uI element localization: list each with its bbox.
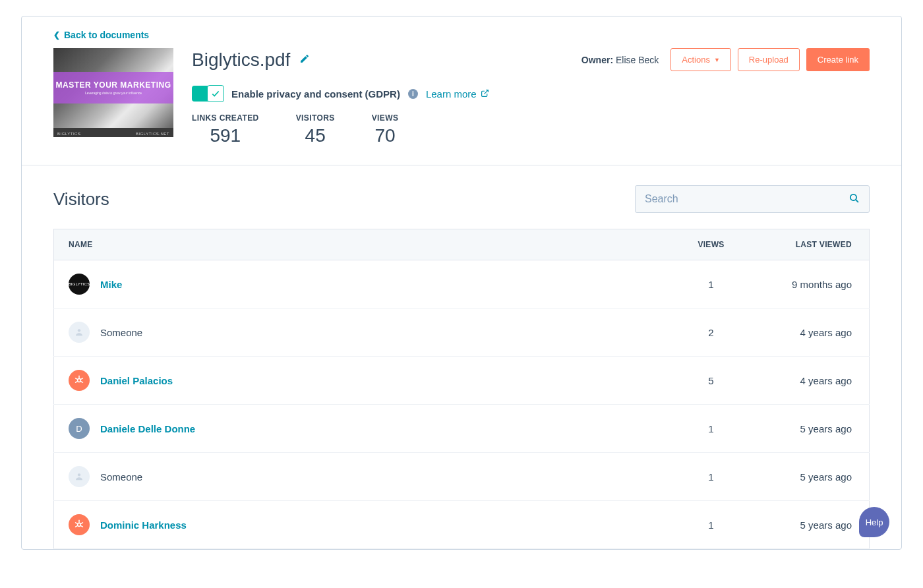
svg-line-14 <box>76 523 78 524</box>
title-wrap: Biglytics.pdf <box>192 49 310 71</box>
col-name[interactable]: NAME <box>54 229 672 260</box>
stats-row: LINKS CREATED 591 VISITORS 45 VIEWS 70 <box>192 113 870 146</box>
avatar: D <box>69 418 90 439</box>
stat-views: VIEWS 70 <box>372 113 399 146</box>
actions-dropdown-button[interactable]: Actions ▼ <box>670 48 731 71</box>
svg-line-6 <box>81 382 83 383</box>
last-viewed-cell: 4 years ago <box>751 309 870 357</box>
stat-label: VISITORS <box>296 113 335 123</box>
info-icon[interactable]: i <box>408 89 418 99</box>
visitor-name[interactable]: Mike <box>100 279 122 290</box>
create-link-label: Create link <box>818 55 858 65</box>
svg-line-15 <box>76 526 78 527</box>
reupload-label: Re-upload <box>749 55 789 65</box>
svg-line-1 <box>856 199 858 202</box>
back-link-text: Back to documents <box>64 30 149 40</box>
svg-line-7 <box>76 378 78 380</box>
stat-label: VIEWS <box>372 113 399 123</box>
help-label: Help <box>866 517 883 527</box>
table-head: NAME VIEWS LAST VIEWED <box>54 229 870 260</box>
owner-label: Owner: <box>581 55 613 65</box>
table-row[interactable]: Someone15 years ago <box>54 453 870 501</box>
edit-title-icon[interactable] <box>299 53 310 67</box>
views-cell: 1 <box>672 405 751 453</box>
document-title: Biglytics.pdf <box>192 49 290 71</box>
document-detail-card: ❮ Back to documents MASTER YOUR MARKETIN… <box>21 16 902 550</box>
actions-label: Actions <box>682 55 710 65</box>
toggle-knob <box>207 85 224 102</box>
header-section: ❮ Back to documents MASTER YOUR MARKETIN… <box>22 16 901 165</box>
visitor-name[interactable]: Dominic Harkness <box>100 519 187 531</box>
table-body: BIGLYTICSMike19 months agoSomeone24 year… <box>54 260 870 549</box>
avatar <box>69 370 90 391</box>
visitors-header: Visitors <box>53 185 870 213</box>
col-last[interactable]: LAST VIEWED <box>751 229 870 260</box>
learn-more-text: Learn more <box>426 88 477 100</box>
visitor-name: Someone <box>100 471 142 483</box>
body-section: Visitors NAME VIEWS LAST VIEWED BIGLYTIC… <box>22 165 901 549</box>
reupload-button[interactable]: Re-upload <box>738 48 800 71</box>
visitors-title: Visitors <box>53 189 109 210</box>
svg-point-0 <box>850 194 856 200</box>
visitor-name[interactable]: Daniele Delle Donne <box>100 423 195 434</box>
svg-point-10 <box>78 523 81 527</box>
table-row[interactable]: Dominic Harkness15 years ago <box>54 501 870 549</box>
visitors-table: NAME VIEWS LAST VIEWED BIGLYTICSMike19 m… <box>53 229 870 549</box>
gdpr-row: Enable privacy and consent (GDPR) i Lear… <box>192 86 870 102</box>
help-bubble[interactable]: Help <box>859 507 889 537</box>
owner-name: Elise Beck <box>616 55 659 65</box>
thumbnail-sub: Leveraging data to grow your influence <box>85 91 142 95</box>
visitor-name: Someone <box>100 327 142 338</box>
stat-links-created: LINKS CREATED 591 <box>192 113 259 146</box>
stat-visitors: VISITORS 45 <box>296 113 335 146</box>
col-views[interactable]: VIEWS <box>672 229 751 260</box>
document-thumbnail: MASTER YOUR MARKETING Leveraging data to… <box>53 48 173 137</box>
visitor-name[interactable]: Daniel Palacios <box>100 375 173 386</box>
search-box[interactable] <box>635 185 870 213</box>
table-row[interactable]: Daniel Palacios54 years ago <box>54 357 870 405</box>
svg-point-9 <box>78 473 80 476</box>
last-viewed-cell: 5 years ago <box>751 453 870 501</box>
gdpr-toggle[interactable] <box>192 86 223 102</box>
thumbnail-brand-right: BIGLYTICS.NET <box>136 132 169 136</box>
svg-line-13 <box>81 526 83 527</box>
chevron-left-icon: ❮ <box>53 30 60 40</box>
avatar: BIGLYTICS <box>69 274 90 295</box>
svg-line-8 <box>76 382 78 383</box>
thumbnail-band: MASTER YOUR MARKETING Leveraging data to… <box>53 72 173 103</box>
actions-wrap: Owner: Elise Beck Actions ▼ Re-upload Cr… <box>581 48 870 71</box>
table-row[interactable]: Someone24 years ago <box>54 309 870 357</box>
avatar <box>69 322 90 343</box>
caret-down-icon: ▼ <box>714 57 720 63</box>
table-row[interactable]: BIGLYTICSMike19 months ago <box>54 260 870 309</box>
last-viewed-cell: 4 years ago <box>751 357 870 405</box>
back-to-documents-link[interactable]: ❮ Back to documents <box>53 30 149 40</box>
svg-point-3 <box>78 379 81 382</box>
last-viewed-cell: 9 months ago <box>751 260 870 309</box>
owner-label-group: Owner: Elise Beck <box>581 55 659 65</box>
views-cell: 5 <box>672 357 751 405</box>
views-cell: 1 <box>672 501 751 549</box>
views-cell: 1 <box>672 453 751 501</box>
thumbnail-brand-left: BIGLYTICS <box>57 132 80 136</box>
stat-value: 70 <box>372 125 399 146</box>
stat-value: 591 <box>192 125 259 146</box>
svg-line-5 <box>81 378 83 380</box>
last-viewed-cell: 5 years ago <box>751 501 870 549</box>
document-info: Biglytics.pdf Owner: Elise Beck Actions … <box>192 48 870 146</box>
views-cell: 1 <box>672 260 751 309</box>
document-row: MASTER YOUR MARKETING Leveraging data to… <box>53 48 870 146</box>
avatar <box>69 514 90 535</box>
stat-value: 45 <box>296 125 335 146</box>
svg-point-2 <box>78 329 80 332</box>
gdpr-label: Enable privacy and consent (GDPR) <box>231 88 400 100</box>
learn-more-link[interactable]: Learn more <box>426 88 489 100</box>
search-input[interactable] <box>645 193 849 205</box>
external-link-icon <box>481 88 489 100</box>
search-icon <box>849 192 860 206</box>
last-viewed-cell: 5 years ago <box>751 405 870 453</box>
create-link-button[interactable]: Create link <box>806 48 870 71</box>
table-row[interactable]: DDaniele Delle Donne15 years ago <box>54 405 870 453</box>
avatar <box>69 466 90 487</box>
views-cell: 2 <box>672 309 751 357</box>
